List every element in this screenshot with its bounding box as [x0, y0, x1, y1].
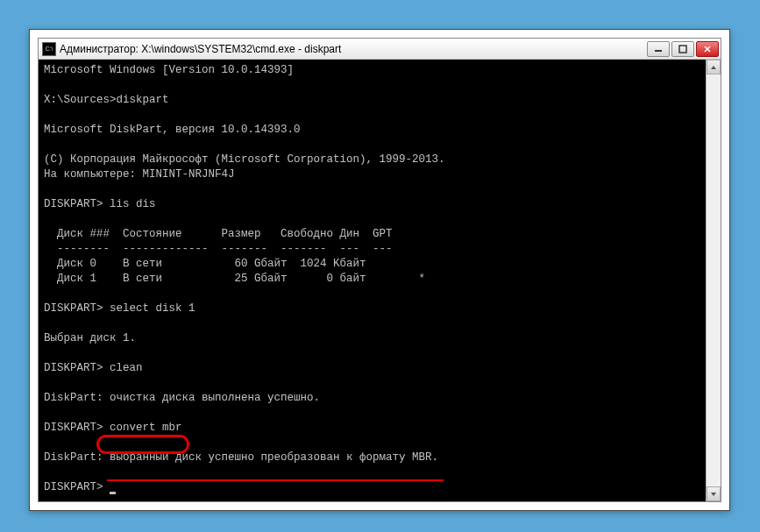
scroll-down-button[interactable]	[707, 486, 721, 501]
svg-marker-4	[711, 66, 716, 69]
line: DISKPART> lis dis	[44, 198, 156, 210]
svg-marker-5	[711, 493, 716, 496]
prompt: DISKPART>	[44, 481, 110, 493]
prompt: DISKPART>	[44, 422, 110, 434]
terminal-output[interactable]: Microsoft Windows [Version 10.0.14393] X…	[39, 60, 706, 501]
svg-rect-1	[679, 46, 686, 53]
close-button[interactable]	[696, 41, 719, 57]
red-underline-annotation	[107, 479, 444, 481]
close-icon	[703, 45, 712, 53]
table-row: Диск 1 В сети 25 Gбайт 0 байт *	[44, 273, 425, 285]
prefix: DiskPart:	[44, 451, 110, 464]
maximize-button[interactable]	[671, 41, 694, 57]
vertical-scrollbar[interactable]	[706, 60, 721, 501]
chevron-up-icon	[710, 64, 717, 71]
line: На компьютере: MININT-NRJNF4J	[44, 168, 235, 181]
line: DISKPART> clean	[44, 362, 143, 374]
table-sep: -------- ------------- ------- ------- -…	[44, 243, 393, 255]
scroll-up-button[interactable]	[707, 60, 721, 74]
line: (C) Корпорация Майкрософт (Microsoft Cor…	[44, 153, 445, 166]
highlighted-command: convert mbr	[110, 422, 182, 434]
line: DiskPart: очистка диска выполнена успешн…	[44, 392, 320, 404]
chevron-down-icon	[710, 491, 717, 498]
line: Выбран диск 1.	[44, 332, 136, 344]
table-row: Диск 0 В сети 60 Gбайт 1024 Kбайт	[44, 258, 366, 270]
cmd-icon: C:\	[42, 42, 56, 56]
cursor	[110, 492, 116, 494]
maximize-icon	[678, 45, 687, 53]
outer-frame: C:\ Администратор: X:\windows\SYSTEM32\c…	[29, 29, 730, 511]
line: Microsoft DiskPart, версия 10.0.14393.0	[44, 124, 301, 136]
minimize-icon	[654, 45, 663, 53]
cmd-window: C:\ Администратор: X:\windows\SYSTEM32\c…	[38, 38, 721, 502]
titlebar[interactable]: C:\ Администратор: X:\windows\SYSTEM32\c…	[39, 39, 721, 60]
terminal-area: Microsoft Windows [Version 10.0.14393] X…	[39, 60, 721, 501]
table-header: Диск ### Состояние Размер Свободно Дин G…	[44, 228, 393, 240]
window-title: Администратор: X:\windows\SYSTEM32\cmd.e…	[60, 43, 645, 55]
line: Microsoft Windows [Version 10.0.14393]	[44, 64, 294, 76]
scroll-track[interactable]	[707, 74, 721, 486]
underlined-message: выбранный диск успешно преобразован к фо…	[110, 451, 438, 464]
line: DISKPART> select disk 1	[44, 302, 195, 315]
line: X:\Sources>diskpart	[44, 94, 169, 106]
minimize-button[interactable]	[647, 41, 670, 57]
